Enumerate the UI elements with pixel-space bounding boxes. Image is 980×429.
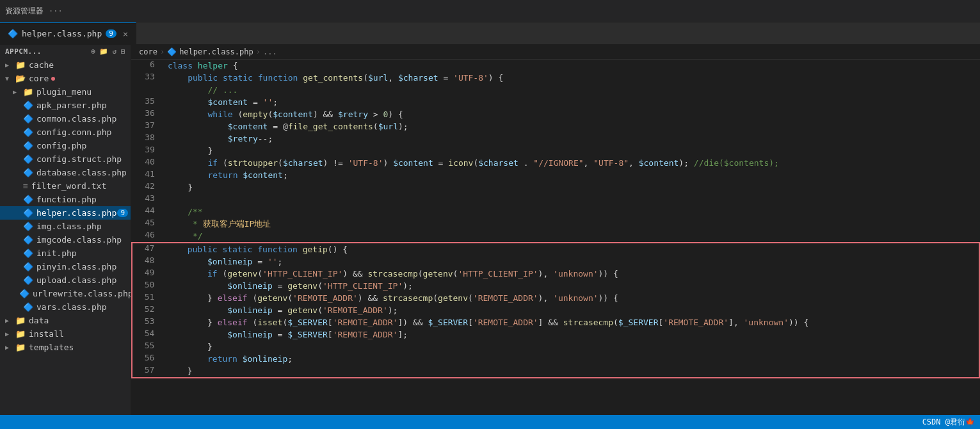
sidebar-item-function[interactable]: ▶ 🔷 function.php <box>0 193 131 206</box>
sidebar-item-label: plugin_menu <box>36 87 92 97</box>
sidebar-item-database-class[interactable]: ▶ 🔷 database.class.php <box>0 166 131 179</box>
line-number: 40 <box>131 157 165 169</box>
sidebar-item-helper-class[interactable]: ▶ 🔷 helper.class.php 9 <box>0 206 131 220</box>
line-content: public static function getip() { <box>165 243 979 255</box>
code-line-55: 55 } <box>133 341 979 353</box>
php-icon: 🔷 <box>23 114 33 124</box>
highlighted-section: 47 public static function getip() { 48 $… <box>131 242 980 378</box>
sidebar-item-label: database.class.php <box>36 168 127 177</box>
sidebar-item-templates[interactable]: ▶ 📁 templates <box>0 341 131 354</box>
code-line-41: 41 return $content; <box>131 169 980 181</box>
code-line-56: 56 return $onlineip; <box>133 353 979 365</box>
code-line-47: 47 public static function getip() { <box>133 243 979 255</box>
line-number: 46 <box>131 230 165 242</box>
line-content: } <box>165 181 980 193</box>
line-number: 42 <box>131 181 165 193</box>
line-number: 53 <box>133 316 165 328</box>
line-number: 50 <box>133 280 165 292</box>
sidebar-item-config-conn[interactable]: ▶ 🔷 config.conn.php <box>0 125 131 139</box>
sidebar-item-label: common.class.php <box>36 114 116 124</box>
tab-badge: 9 <box>106 29 116 38</box>
php-icon: 🔷 <box>23 127 33 137</box>
tab-helper[interactable]: 🔷 helper.class.php 9 × <box>0 22 136 44</box>
line-number: 36 <box>131 108 165 120</box>
sidebar-item-label: filter_word.txt <box>31 181 106 191</box>
php-icon: 🔷 <box>23 222 33 231</box>
sidebar-item-label: img.class.php <box>36 222 102 231</box>
sidebar-item-vars-class[interactable]: ▶ 🔷 vars.class.php <box>0 300 131 314</box>
line-number: 33 <box>131 72 165 84</box>
code-line-52: 52 $onlineip = getenv('REMOTE_ADDR'); <box>133 304 979 316</box>
folder-icon: 📁 <box>15 343 26 352</box>
code-line-48: 48 $onlineip = ''; <box>133 255 979 268</box>
sidebar-header-icons: ⊕ 📁 ↺ ⊟ <box>91 47 125 56</box>
php-icon: 🔷 <box>23 302 33 312</box>
refresh-icon[interactable]: ↺ <box>113 47 117 56</box>
sidebar-item-upload-class[interactable]: ▶ 🔷 upload.class.php <box>0 273 131 287</box>
sidebar: APPCM... ⊕ 📁 ↺ ⊟ ▶ 📁 cache ▼ 📂 core ▶ 📁 … <box>0 45 131 415</box>
breadcrumb: core › 🔷 helper.class.php › ... <box>131 45 980 60</box>
code-line-45: 45 * 获取客户端IP地址 <box>131 218 980 230</box>
new-file-icon[interactable]: ⊕ <box>91 47 95 56</box>
folder-open-icon: 📂 <box>15 74 26 83</box>
breadcrumb-part-file: 🔷 helper.class.php <box>167 47 253 56</box>
sidebar-item-img-class[interactable]: ▶ 🔷 img.class.php <box>0 220 131 233</box>
line-number: 56 <box>133 353 165 365</box>
line-number: 37 <box>131 120 165 133</box>
arrow-icon: ▶ <box>5 344 13 351</box>
line-content: * 获取客户端IP地址 <box>165 218 980 230</box>
sidebar-item-label: cache <box>29 60 54 70</box>
code-line-51: 51 } elseif (getenv('REMOTE_ADDR') && st… <box>133 292 979 304</box>
line-content: $retry--; <box>165 133 980 145</box>
sidebar-item-label: helper.class.php <box>36 208 116 218</box>
line-content: $onlineip = $_SERVER['REMOTE_ADDR']; <box>165 328 979 341</box>
sidebar-item-init[interactable]: ▶ 🔷 init.php <box>0 247 131 260</box>
sidebar-header: APPCM... ⊕ 📁 ↺ ⊟ <box>0 45 131 58</box>
code-line-44: 44 /** <box>131 206 980 218</box>
txt-icon: ≡ <box>23 181 28 191</box>
collapse-icon[interactable]: ⊟ <box>121 47 125 56</box>
tab-icon: 🔷 <box>8 29 18 38</box>
sidebar-item-imgcode-class[interactable]: ▶ 🔷 imgcode.class.php <box>0 233 131 247</box>
line-content: public static function get_contents($url… <box>165 72 980 84</box>
sidebar-item-config-struct[interactable]: ▶ 🔷 config.struct.php <box>0 152 131 166</box>
sidebar-header-label: APPCM... <box>5 47 42 56</box>
sidebar-item-cache[interactable]: ▶ 📁 cache <box>0 58 131 72</box>
new-folder-icon[interactable]: 📁 <box>99 47 109 56</box>
sidebar-item-core[interactable]: ▼ 📂 core <box>0 72 131 85</box>
main-layout: APPCM... ⊕ 📁 ↺ ⊟ ▶ 📁 cache ▼ 📂 core ▶ 📁 … <box>0 45 980 415</box>
code-line-37: 37 $content = @file_get_contents($url); <box>131 120 980 133</box>
sidebar-item-label: data <box>29 316 49 325</box>
sidebar-item-filter-word[interactable]: ▶ ≡ filter_word.txt <box>0 179 131 193</box>
line-content: return $onlineip; <box>165 353 979 365</box>
php-icon: 🔷 <box>23 141 33 150</box>
line-number: 57 <box>133 365 165 377</box>
sidebar-item-common-class[interactable]: ▶ 🔷 common.class.php <box>0 112 131 125</box>
sidebar-item-urlrewrite-class[interactable]: ▶ 🔷 urlrewrite.class.php <box>0 287 131 300</box>
line-number: 38 <box>131 133 165 145</box>
php-icon: 🔷 <box>23 262 33 271</box>
sidebar-item-plugin-menu[interactable]: ▶ 📁 plugin_menu <box>0 85 131 99</box>
php-icon: 🔷 <box>23 235 33 245</box>
code-line-49: 49 if (getenv('HTTP_CLIENT_IP') && strca… <box>133 268 979 280</box>
line-number: 55 <box>133 341 165 353</box>
sidebar-item-config[interactable]: ▶ 🔷 config.php <box>0 139 131 152</box>
file-badge: 9 <box>117 209 128 217</box>
tab-close-icon[interactable]: × <box>123 29 128 39</box>
sidebar-item-label: config.struct.php <box>36 154 122 164</box>
sidebar-item-label: function.php <box>36 195 97 204</box>
breadcrumb-sep1: › <box>160 47 165 56</box>
sidebar-item-apk-parser[interactable]: ▶ 🔷 apk_parser.php <box>0 99 131 112</box>
line-number: 47 <box>133 243 165 255</box>
code-editor[interactable]: 6 class helper { 33 public static functi… <box>131 60 980 415</box>
sidebar-item-data[interactable]: ▶ 📁 data <box>0 314 131 327</box>
line-content: $content = ''; <box>165 96 980 108</box>
explorer-label: 资源管理器 <box>5 6 44 17</box>
line-content: $onlineip = ''; <box>165 255 979 268</box>
sidebar-item-install[interactable]: ▶ 📁 install <box>0 327 131 341</box>
line-content: $onlineip = getenv('REMOTE_ADDR'); <box>165 304 979 316</box>
code-line-50: 50 $onlineip = getenv('HTTP_CLIENT_IP'); <box>133 280 979 292</box>
sidebar-item-pinyin-class[interactable]: ▶ 🔷 pinyin.class.php <box>0 260 131 273</box>
code-line-53: 53 } elseif (isset($_SERVER['REMOTE_ADDR… <box>133 316 979 328</box>
line-number: 44 <box>131 206 165 218</box>
